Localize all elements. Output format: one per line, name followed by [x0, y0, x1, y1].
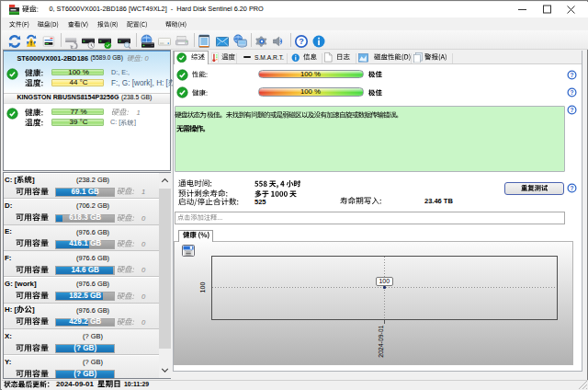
svg-text:?: ?	[571, 72, 574, 78]
svg-text:?: ?	[571, 185, 574, 191]
svg-text:?: ?	[571, 107, 574, 113]
svg-text:?: ?	[299, 37, 304, 46]
svg-text:?: ?	[571, 89, 574, 96]
